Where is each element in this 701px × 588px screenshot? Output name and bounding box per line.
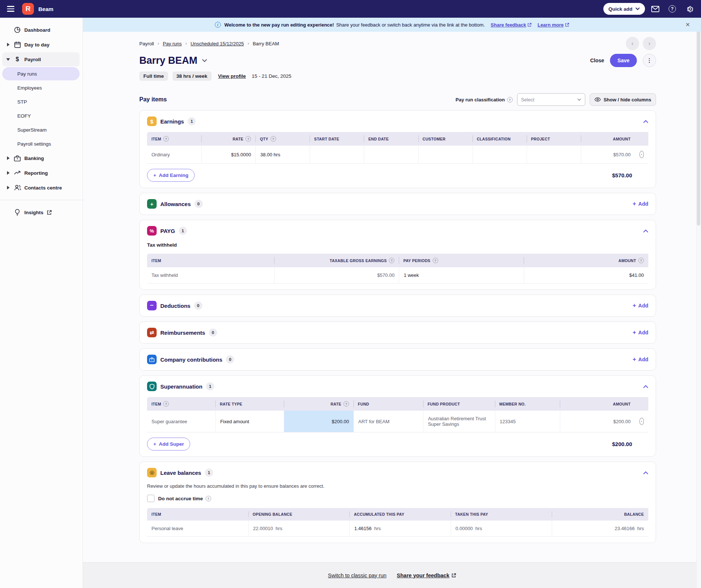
collapse-leave-button[interactable] xyxy=(643,471,648,474)
help-icon[interactable] xyxy=(389,258,394,263)
sidebar-item-dashboard[interactable]: Dashboard xyxy=(2,23,80,37)
tax-withheld-subheading: Tax withheld xyxy=(147,242,648,248)
app-logo[interactable]: Beam xyxy=(22,3,53,15)
help-icon[interactable] xyxy=(206,496,211,501)
sidebar-item-banking[interactable]: Banking xyxy=(2,151,80,165)
add-earning-button[interactable]: + Add Earning xyxy=(147,169,195,182)
payg-item-cell: Tax withheld xyxy=(147,267,274,283)
payg-icon xyxy=(147,226,157,236)
add-reimbursement-button[interactable]: + Add xyxy=(632,329,648,336)
sidebar-item-eofy[interactable]: EOFY xyxy=(2,109,80,122)
super-rate-cell[interactable]: $200.00 xyxy=(284,411,353,432)
payg-section: PAYG 1 Tax withheld Item Taxable gross e… xyxy=(139,220,656,290)
scrollbar-track[interactable] xyxy=(696,18,701,588)
add-super-button[interactable]: + Add Super xyxy=(147,438,190,450)
quick-add-button[interactable]: Quick add xyxy=(603,3,645,15)
sidebar-item-superstream[interactable]: SuperStream xyxy=(2,123,80,136)
share-feedback-link[interactable]: Share feedback xyxy=(491,22,531,28)
add-allowance-button[interactable]: + Add xyxy=(632,201,648,207)
help-icon[interactable] xyxy=(507,97,513,102)
payg-amount-cell[interactable]: $41.00 xyxy=(524,267,648,283)
pay-items-heading: Pay items xyxy=(139,96,167,103)
external-link-icon xyxy=(451,573,456,578)
more-options-button[interactable] xyxy=(643,54,656,67)
close-button[interactable]: Close xyxy=(590,58,604,63)
leave-accumulated-cell[interactable]: 1.46156hrs xyxy=(349,521,451,537)
earnings-project-cell[interactable] xyxy=(527,146,581,164)
breadcrumb-payroll[interactable]: Payroll xyxy=(139,41,154,46)
sidebar-item-contacts-centre[interactable]: Contacts centre xyxy=(2,181,80,195)
leave-taken-cell[interactable]: 0.00000hrs xyxy=(451,521,552,537)
sidebar-item-employees[interactable]: Employees xyxy=(2,81,80,94)
sidebar-item-stp[interactable]: STP xyxy=(2,95,80,108)
earnings-amount-cell: $570.00 xyxy=(581,146,635,164)
sidebar-item-pay-runs[interactable]: Pay runs xyxy=(2,67,80,80)
earnings-rate-cell[interactable]: $15.0000 xyxy=(201,146,255,164)
classification-label: Pay run classification xyxy=(456,97,513,102)
sidebar-divider xyxy=(0,200,83,200)
show-hide-columns-button[interactable]: Show / hide columns xyxy=(590,93,656,106)
earnings-item-cell[interactable]: Ordinary xyxy=(147,146,201,164)
banner-lead: Welcome to the new pay run editing exper… xyxy=(224,22,334,28)
help-icon[interactable] xyxy=(163,401,169,407)
expand-icon xyxy=(7,186,10,189)
collapse-payg-button[interactable] xyxy=(643,229,648,233)
view-profile-link[interactable]: View profile xyxy=(218,73,246,79)
breadcrumb-pay-runs[interactable]: Pay runs xyxy=(163,41,182,46)
help-icon[interactable] xyxy=(163,136,169,142)
close-banner-icon[interactable] xyxy=(684,21,691,28)
help-icon[interactable] xyxy=(343,401,349,407)
hours-badge: 38 hrs / week xyxy=(172,72,212,81)
earnings-qty-cell[interactable]: 38.00 hrs xyxy=(255,146,310,164)
reimbursements-section: Reimbursements 0 + Add xyxy=(139,321,656,344)
remove-row-icon[interactable] xyxy=(639,418,644,425)
breadcrumb-unscheduled[interactable]: Unscheduled 15/12/2025 xyxy=(191,41,244,46)
super-fund-cell[interactable]: ART for BEAM xyxy=(353,411,423,432)
payg-periods-cell[interactable]: 1 week xyxy=(399,267,523,283)
chevron-down-icon xyxy=(635,7,640,10)
remove-row-icon[interactable] xyxy=(639,151,644,158)
add-company-contribution-button[interactable]: + Add xyxy=(632,356,648,363)
switch-to-classic-link[interactable]: Switch to classic pay run xyxy=(328,573,387,578)
external-link-icon xyxy=(565,23,569,27)
sidebar-item-payroll[interactable]: Payroll xyxy=(2,52,80,66)
do-not-accrue-checkbox[interactable] xyxy=(147,495,154,502)
leave-item-cell: Personal leave xyxy=(147,521,248,537)
earnings-start-date-cell[interactable] xyxy=(310,146,364,164)
briefcase-icon xyxy=(149,357,154,362)
settings-button[interactable] xyxy=(683,2,696,15)
chevron-right-icon: › xyxy=(248,41,249,46)
chevron-down-icon[interactable] xyxy=(202,59,207,62)
classification-select[interactable]: Select xyxy=(517,93,585,106)
help-button[interactable] xyxy=(666,2,679,15)
help-icon[interactable] xyxy=(245,136,251,142)
sidebar-item-reporting[interactable]: Reporting xyxy=(2,166,80,180)
earnings-customer-cell[interactable] xyxy=(418,146,472,164)
share-your-feedback-link[interactable]: Share your feedback xyxy=(397,573,456,578)
scrollbar-thumb[interactable] xyxy=(697,19,700,226)
chevron-up-icon xyxy=(643,471,648,474)
add-deduction-button[interactable]: + Add xyxy=(632,302,648,309)
mail-button[interactable] xyxy=(649,2,662,15)
quick-add-label: Quick add xyxy=(608,6,632,12)
collapse-icon xyxy=(6,58,10,61)
sidebar-item-day-to-day[interactable]: Day to day xyxy=(2,38,80,52)
menu-icon[interactable] xyxy=(4,3,17,15)
reimbursements-icon xyxy=(147,328,157,337)
collapse-superannuation-button[interactable] xyxy=(643,385,648,388)
sidebar-item-payroll-settings[interactable]: Payroll settings xyxy=(2,137,80,150)
collapse-earnings-button[interactable] xyxy=(643,120,648,123)
save-button[interactable]: Save xyxy=(610,54,637,67)
earnings-classification-cell[interactable] xyxy=(472,146,527,164)
sidebar-item-insights[interactable]: Insights xyxy=(2,205,80,219)
help-icon[interactable] xyxy=(638,258,644,263)
next-employee-button[interactable]: › xyxy=(643,37,656,50)
earnings-end-date-cell[interactable] xyxy=(364,146,418,164)
allowances-count-badge: 0 xyxy=(195,200,203,208)
super-rate-type-cell[interactable]: Fixed amount xyxy=(215,411,283,432)
previous-employee-button[interactable]: ‹ xyxy=(626,37,639,50)
help-icon[interactable] xyxy=(271,136,276,142)
help-icon[interactable] xyxy=(433,258,438,263)
learn-more-link[interactable]: Learn more xyxy=(537,22,569,28)
leave-opening-cell[interactable]: 22.00010hrs xyxy=(248,521,350,537)
